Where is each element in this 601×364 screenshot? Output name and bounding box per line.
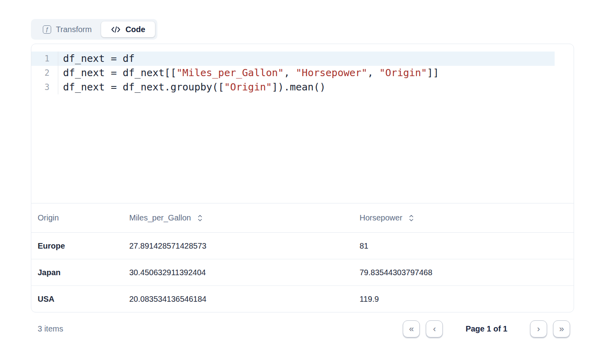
cell-value: 119.9 bbox=[353, 295, 574, 304]
code-line[interactable]: 1df_next = df bbox=[31, 52, 574, 66]
code-token: , bbox=[367, 67, 379, 79]
first-page-button[interactable]: « bbox=[403, 320, 420, 337]
string-token: "Horsepower" bbox=[296, 67, 367, 79]
last-page-button[interactable]: » bbox=[553, 320, 570, 337]
code-token: , bbox=[284, 67, 296, 79]
cell-value: 27.891428571428573 bbox=[123, 241, 353, 251]
string-token: "Origin" bbox=[379, 67, 427, 79]
string-token: "Miles_per_Gallon" bbox=[176, 67, 284, 79]
cell-origin: USA bbox=[31, 295, 123, 304]
previous-page-icon: ‹ bbox=[433, 325, 436, 333]
code-line[interactable]: 3df_next = df_next.groupby(["Origin"]).m… bbox=[31, 80, 574, 94]
items-count: 3 items bbox=[38, 324, 63, 333]
cell-value: 81 bbox=[353, 241, 574, 251]
view-toggle: ƒ Transform Code bbox=[31, 19, 157, 40]
page-indicator: Page 1 of 1 bbox=[465, 324, 507, 333]
column-header-miles-per-gallon[interactable]: Miles_per_Gallon bbox=[123, 213, 353, 222]
function-icon: ƒ bbox=[43, 25, 51, 34]
line-number: 2 bbox=[31, 66, 58, 80]
sort-icon[interactable] bbox=[197, 214, 203, 222]
first-page-icon: « bbox=[409, 325, 414, 333]
cell-origin: Japan bbox=[31, 268, 123, 277]
next-page-icon: › bbox=[537, 325, 540, 333]
tab-code[interactable]: Code bbox=[101, 21, 155, 37]
code-token: df_next = df bbox=[63, 53, 135, 64]
code-panel: 1df_next = df2df_next = df_next[["Miles_… bbox=[31, 44, 574, 312]
last-page-icon: » bbox=[559, 325, 564, 333]
next-page-button[interactable]: › bbox=[530, 320, 547, 337]
table-row[interactable]: USA20.083534136546184119.9 bbox=[31, 286, 574, 312]
code-icon bbox=[111, 26, 121, 33]
code-editor[interactable]: 1df_next = df2df_next = df_next[["Miles_… bbox=[31, 44, 574, 203]
code-text: df_next = df bbox=[58, 52, 135, 66]
code-token: df_next = df_next[[ bbox=[63, 67, 176, 79]
previous-page-button[interactable]: ‹ bbox=[426, 320, 443, 337]
cell-value: 79.83544303797468 bbox=[353, 268, 574, 277]
line-number: 3 bbox=[31, 80, 58, 94]
string-token: "Origin" bbox=[224, 81, 272, 93]
table-footer: 3 items « ‹ Page 1 of 1 › » bbox=[31, 320, 574, 337]
pagination: « ‹ Page 1 of 1 › » bbox=[403, 320, 570, 337]
code-token: ]] bbox=[427, 67, 439, 79]
table-body: Europe27.89142857142857381Japan30.450632… bbox=[31, 233, 574, 312]
column-header-origin: Origin bbox=[31, 213, 123, 222]
tab-transform[interactable]: ƒ Transform bbox=[33, 21, 101, 37]
table-row[interactable]: Europe27.89142857142857381 bbox=[31, 233, 574, 259]
code-text: df_next = df_next.groupby(["Origin"]).me… bbox=[58, 80, 325, 94]
code-token: ]).mean() bbox=[272, 81, 325, 93]
cell-origin: Europe bbox=[31, 241, 123, 251]
code-text: df_next = df_next[["Miles_per_Gallon", "… bbox=[58, 66, 439, 80]
table-row[interactable]: Japan30.45063291139240479.83544303797468 bbox=[31, 259, 574, 286]
cell-value: 30.450632911392404 bbox=[123, 268, 353, 277]
cell-value: 20.083534136546184 bbox=[123, 295, 353, 304]
column-header-horsepower[interactable]: Horsepower bbox=[353, 213, 574, 222]
table-header: Origin Miles_per_Gallon Horsepower bbox=[31, 203, 574, 233]
sort-icon[interactable] bbox=[409, 214, 414, 222]
line-number: 1 bbox=[31, 52, 58, 66]
tab-code-label: Code bbox=[125, 25, 145, 34]
tab-transform-label: Transform bbox=[56, 25, 92, 34]
code-line[interactable]: 2df_next = df_next[["Miles_per_Gallon", … bbox=[31, 66, 574, 80]
code-token: df_next = df_next.groupby([ bbox=[63, 81, 224, 93]
